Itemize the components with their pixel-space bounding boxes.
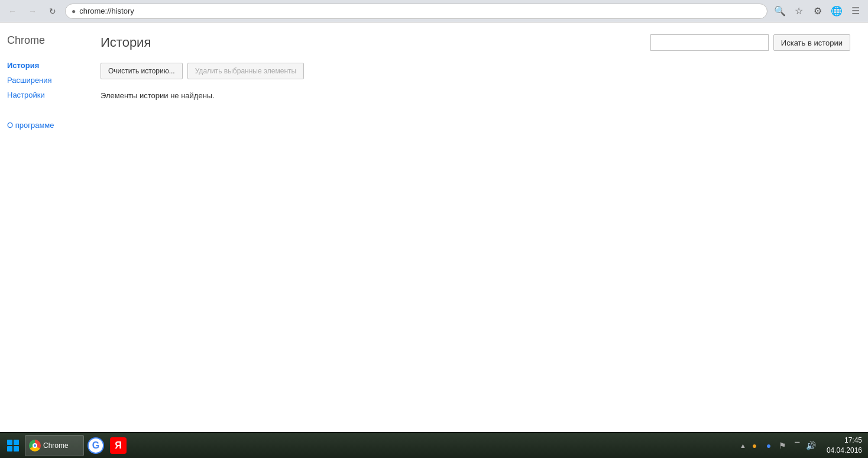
- sidebar-app-title: Chrome: [7, 34, 76, 47]
- taskbar-google-button[interactable]: G: [85, 435, 106, 456]
- start-button[interactable]: [2, 435, 24, 456]
- taskbar-chrome-label: Chrome: [43, 441, 69, 450]
- globe-button[interactable]: 🌐: [829, 4, 844, 19]
- clear-history-button[interactable]: Очистить историю...: [101, 63, 183, 79]
- page-title: История: [101, 35, 151, 50]
- sidebar-item-extensions[interactable]: Расширения: [7, 73, 76, 87]
- address-bar: ●: [65, 4, 767, 19]
- sidebar-about[interactable]: О программе: [7, 121, 76, 130]
- forward-button[interactable]: →: [25, 4, 40, 19]
- bookmark-button[interactable]: ☆: [791, 4, 807, 19]
- system-tray: ▲ ● ● ⚑ ⎺ 🔊: [740, 440, 822, 451]
- toolbar-icons: 🔍 ☆ ⚙ 🌐 ☰: [772, 4, 863, 19]
- zoom-button[interactable]: 🔍: [772, 4, 788, 19]
- search-area: Искать в истории: [650, 34, 850, 51]
- history-search-button[interactable]: Искать в истории: [773, 34, 850, 51]
- tray-blue-icon[interactable]: ●: [763, 440, 775, 451]
- browser-topbar: ← → ↻ ● 🔍 ☆ ⚙ 🌐 ☰: [0, 0, 868, 22]
- reload-button[interactable]: ↻: [45, 4, 60, 19]
- chrome-taskbar-icon: [29, 440, 41, 451]
- menu-button[interactable]: ☰: [848, 4, 863, 19]
- tray-volume-icon[interactable]: 🔊: [805, 440, 817, 451]
- action-bar: Очистить историю... Удалить выбранные эл…: [101, 63, 850, 79]
- history-search-input[interactable]: [650, 34, 769, 51]
- tray-expand-arrow[interactable]: ▲: [740, 442, 746, 449]
- main-content: История Искать в истории Очистить истори…: [83, 22, 868, 432]
- yandex-taskbar-icon: Я: [110, 437, 127, 454]
- tray-network-icon[interactable]: ⎺: [791, 440, 803, 451]
- google-taskbar-icon: G: [88, 437, 104, 454]
- sidebar-item-history[interactable]: История: [7, 59, 76, 72]
- taskbar: Chrome G Я ▲ ● ● ⚑ ⎺ 🔊 17:45 04.04.2016: [0, 432, 868, 458]
- delete-selected-button[interactable]: Удалить выбранные элементы: [187, 63, 304, 79]
- taskbar-clock[interactable]: 17:45 04.04.2016: [823, 436, 866, 456]
- page-wrapper: Chrome История Расширения Настройки О пр…: [0, 22, 868, 432]
- clock-time: 17:45: [827, 436, 862, 446]
- taskbar-chrome-item[interactable]: Chrome: [25, 435, 84, 456]
- main-header: История Искать в истории: [101, 34, 850, 51]
- address-input[interactable]: [79, 7, 761, 15]
- back-button[interactable]: ←: [5, 4, 20, 19]
- tray-flag-icon[interactable]: ⚑: [777, 440, 789, 451]
- sidebar-item-settings[interactable]: Настройки: [7, 88, 76, 102]
- taskbar-yandex-button[interactable]: Я: [108, 435, 129, 456]
- extensions-button[interactable]: ⚙: [810, 4, 825, 19]
- chrome-icon-inner: [33, 443, 37, 448]
- tray-orange-icon[interactable]: ●: [749, 440, 760, 451]
- page-icon: ●: [72, 7, 76, 15]
- empty-history-message: Элементы истории не найдены.: [101, 91, 850, 100]
- clock-date: 04.04.2016: [827, 446, 862, 456]
- sidebar: Chrome История Расширения Настройки О пр…: [0, 22, 83, 432]
